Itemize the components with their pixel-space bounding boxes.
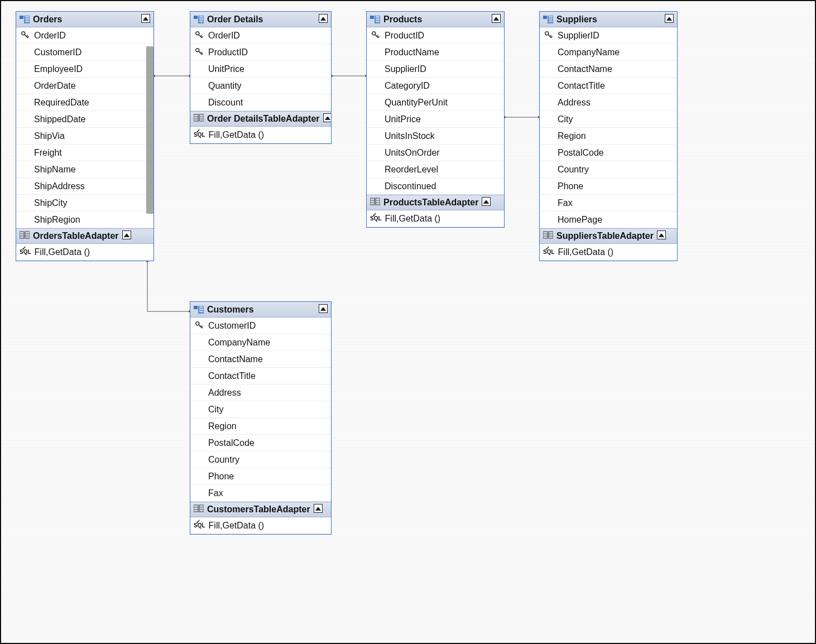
- adapter-method-row[interactable]: ✓SQLFill,GetData (): [190, 517, 331, 534]
- column-row[interactable]: EmployeeID: [16, 61, 153, 78]
- column-row[interactable]: ContactName: [190, 351, 331, 368]
- datatable-customers[interactable]: CustomersCustomerIDCompanyNameContactNam…: [190, 301, 332, 535]
- column-row[interactable]: OrderDate: [16, 78, 153, 94]
- column-name: UnitsOnOrder: [385, 148, 501, 158]
- column-row[interactable]: ContactTitle: [190, 368, 331, 385]
- column-row[interactable]: ReorderLevel: [367, 161, 504, 178]
- datatable-products[interactable]: ProductsProductIDProductNameSupplierIDCa…: [366, 11, 505, 228]
- table-header[interactable]: Products: [367, 12, 504, 27]
- adapter-header[interactable]: Order DetailsTableAdapter: [190, 111, 331, 127]
- collapse-icon[interactable]: [482, 197, 491, 208]
- column-row[interactable]: Country: [190, 451, 331, 468]
- column-row[interactable]: Region: [190, 418, 331, 435]
- column-row[interactable]: Discontinued: [367, 178, 504, 195]
- column-row[interactable]: Region: [540, 128, 677, 145]
- collapse-icon[interactable]: [657, 230, 666, 242]
- datatable-orders[interactable]: OrdersOrderIDCustomerIDEmployeeIDOrderDa…: [16, 11, 154, 261]
- dataset-designer-canvas[interactable]: OrdersOrderIDCustomerIDEmployeeIDOrderDa…: [0, 0, 816, 644]
- collapse-icon[interactable]: [314, 504, 323, 515]
- column-row[interactable]: UnitPrice: [367, 111, 504, 128]
- column-row[interactable]: Quantity: [190, 78, 331, 94]
- column-name: Fax: [558, 198, 674, 208]
- column-row[interactable]: SupplierID: [540, 27, 677, 44]
- column-row[interactable]: ShipAddress: [16, 178, 153, 195]
- column-row[interactable]: Address: [540, 94, 677, 111]
- column-row[interactable]: Fax: [540, 195, 677, 212]
- column-row[interactable]: CompanyName: [190, 334, 331, 351]
- column-row[interactable]: ProductID: [367, 27, 504, 44]
- column-row[interactable]: CompanyName: [540, 44, 677, 61]
- column-name: Address: [558, 98, 674, 108]
- column-name: SupplierID: [558, 31, 674, 41]
- collapse-icon[interactable]: [141, 14, 150, 25]
- column-row[interactable]: CustomerID: [16, 44, 153, 61]
- column-row[interactable]: QuantityPerUnit: [367, 94, 504, 111]
- adapter-title: ProductsTableAdapter: [383, 198, 478, 208]
- column-row[interactable]: OrderID: [16, 27, 153, 44]
- collapse-icon[interactable]: [122, 230, 131, 242]
- column-row[interactable]: UnitsOnOrder: [367, 145, 504, 161]
- relationship-orders-to-customers[interactable]: [147, 261, 190, 311]
- column-row[interactable]: Address: [190, 385, 331, 401]
- table-title: Orders: [33, 15, 138, 25]
- table-header[interactable]: Customers: [190, 302, 331, 318]
- column-row[interactable]: CategoryID: [367, 78, 504, 94]
- adapter-method-row[interactable]: ✓SQLFill,GetData (): [540, 244, 677, 261]
- column-row[interactable]: City: [190, 401, 331, 418]
- column-name: Phone: [558, 181, 674, 191]
- datatable-suppliers[interactable]: SuppliersSupplierIDCompanyNameContactNam…: [539, 11, 678, 261]
- collapse-icon[interactable]: [665, 14, 674, 25]
- columns-list: OrderIDProductIDUnitPriceQuantityDiscoun…: [190, 27, 331, 111]
- column-row[interactable]: ContactTitle: [540, 78, 677, 94]
- column-row[interactable]: Phone: [540, 178, 677, 195]
- column-row[interactable]: PostalCode: [540, 145, 677, 161]
- adapter-header[interactable]: SuppliersTableAdapter: [540, 228, 677, 244]
- adapter-header[interactable]: CustomersTableAdapter: [190, 502, 331, 517]
- column-row[interactable]: UnitPrice: [190, 61, 331, 78]
- table-header[interactable]: Order Details: [190, 12, 331, 27]
- column-row[interactable]: UnitsInStock: [367, 128, 504, 145]
- column-name: UnitsInStock: [385, 131, 501, 141]
- column-row[interactable]: ContactName: [540, 61, 677, 78]
- column-row[interactable]: ShippedDate: [16, 111, 153, 128]
- adapter-header[interactable]: OrdersTableAdapter: [16, 228, 153, 244]
- table-title: Suppliers: [556, 15, 661, 25]
- column-name: OrderID: [208, 31, 328, 41]
- column-row[interactable]: SupplierID: [367, 61, 504, 78]
- column-row[interactable]: Fax: [190, 485, 331, 502]
- adapter-method-row[interactable]: ✓SQLFill,GetData (): [190, 127, 331, 143]
- collapse-icon[interactable]: [319, 304, 328, 315]
- column-row[interactable]: OrderID: [190, 27, 331, 44]
- column-row[interactable]: ProductID: [190, 44, 331, 61]
- collapse-icon[interactable]: [323, 113, 331, 124]
- column-row[interactable]: ShipName: [16, 161, 153, 178]
- table-header[interactable]: Suppliers: [540, 12, 677, 27]
- column-row[interactable]: PostalCode: [190, 435, 331, 451]
- adapter-title: OrdersTableAdapter: [33, 231, 119, 241]
- scrollbar-thumb[interactable]: [146, 46, 153, 214]
- adapter-method-row[interactable]: ✓SQLFill,GetData (): [367, 210, 504, 227]
- column-row[interactable]: Discount: [190, 94, 331, 111]
- adapter-header[interactable]: ProductsTableAdapter: [367, 195, 504, 210]
- column-row[interactable]: RequiredDate: [16, 94, 153, 111]
- column-row[interactable]: ShipVia: [16, 128, 153, 145]
- column-row[interactable]: Freight: [16, 145, 153, 161]
- sql-icon: ✓SQL: [543, 249, 555, 255]
- datatable-order_details[interactable]: Order DetailsOrderIDProductIDUnitPriceQu…: [190, 11, 332, 144]
- column-row[interactable]: HomePage: [540, 212, 677, 228]
- sql-icon: ✓SQL: [194, 523, 205, 528]
- primary-key-icon: [20, 31, 31, 40]
- collapse-icon[interactable]: [492, 14, 501, 25]
- adapter-method-row[interactable]: ✓SQLFill,GetData (): [16, 244, 153, 261]
- column-row[interactable]: City: [540, 111, 677, 128]
- collapse-icon[interactable]: [319, 14, 328, 25]
- column-row[interactable]: ShipCity: [16, 195, 153, 212]
- column-row[interactable]: Phone: [190, 468, 331, 485]
- column-row[interactable]: Country: [540, 161, 677, 178]
- column-row[interactable]: ProductName: [367, 44, 504, 61]
- column-row[interactable]: ShipRegion: [16, 212, 153, 228]
- table-header[interactable]: Orders: [16, 12, 153, 27]
- column-row[interactable]: CustomerID: [190, 318, 331, 334]
- column-name: UnitPrice: [208, 64, 328, 74]
- column-name: ContactName: [558, 64, 674, 74]
